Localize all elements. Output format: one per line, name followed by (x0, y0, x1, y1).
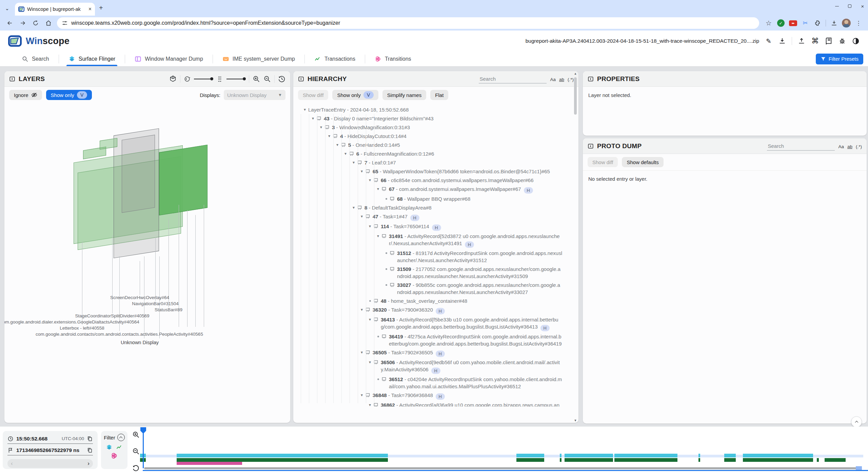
displays-dropdown[interactable]: Unknown Display ▼ (224, 90, 285, 100)
chevron-expanded-icon[interactable]: ▾ (350, 204, 357, 211)
filter-collapse-button[interactable] (117, 434, 125, 441)
tree-row[interactable]: ▾65 - WallpaperWindowToken{87b6d66 token… (297, 167, 572, 176)
tree-row[interactable]: 31509 - 2177052 com.google.android.apps.… (297, 264, 572, 280)
show-only-button[interactable]: Show only V (46, 90, 92, 100)
ns-time-field[interactable]: 1713469852667522979 ns (7, 445, 93, 455)
tree-row[interactable]: ▾43 - Display 0 name="Integrierter Bilds… (297, 114, 572, 123)
tab-close-icon[interactable]: × (88, 6, 92, 12)
new-tab-button[interactable]: + (99, 4, 103, 12)
panel-toggle-icon[interactable] (588, 143, 594, 149)
home-icon[interactable] (44, 19, 53, 27)
zoom-out-icon[interactable] (132, 448, 140, 455)
tree-row[interactable]: 48 - home_task_overlay_container#48 (297, 296, 572, 305)
next-entry-button[interactable]: › (87, 460, 90, 467)
tree-row[interactable]: ▾67 - com.android.systemui.wallpapers.Im… (297, 184, 572, 194)
chevron-expanded-icon[interactable]: ▾ (310, 115, 316, 122)
tab-ime-dump[interactable]: IME system_server Dump (213, 52, 304, 66)
tree-row[interactable]: ▾36506 - ActivityRecord{9edb56f u0 com.y… (297, 358, 572, 375)
documentation-book-icon[interactable] (825, 37, 833, 45)
tree-row[interactable]: ▾6 - FullscreenMagnification:0:12#6 (297, 149, 572, 158)
copy-icon[interactable] (87, 447, 93, 453)
tree-row[interactable]: 31512 - 81917d ActivityRecordInputSink c… (297, 249, 572, 264)
tree-row[interactable]: ▾36862 - ActivityRecord{a836a99 u10 com.… (297, 400, 572, 407)
scroll-up-icon[interactable]: ▲ (573, 72, 578, 75)
chevron-expanded-icon[interactable]: ▾ (375, 233, 381, 240)
match-word-icon[interactable]: ab (847, 144, 852, 151)
surfaceflinger-trace-icon[interactable] (106, 444, 113, 451)
tree-row[interactable]: ▾36848 - Task=7906#36848H (297, 391, 572, 400)
window-minimize-button[interactable] (834, 3, 840, 9)
scrollbar-thumb[interactable] (574, 77, 577, 115)
scissors-extension-icon[interactable]: ✂ (801, 19, 810, 27)
human-time-field[interactable]: 15:50:52.668 UTC-04:00 (7, 434, 93, 444)
tree-row[interactable]: ▾5 - OneHanded:0:14#5 (297, 140, 572, 149)
chevron-expanded-icon[interactable]: ▾ (334, 141, 341, 149)
tree-row[interactable]: ▾3 - WindowedMagnification:0:31#3 (297, 123, 572, 132)
site-settings-icon[interactable] (62, 20, 68, 26)
back-icon[interactable] (5, 19, 14, 27)
timeline-track-area[interactable] (140, 427, 863, 472)
3d-view-cube-icon[interactable] (169, 75, 177, 83)
chevron-expanded-icon[interactable]: ▾ (358, 349, 365, 356)
tree-row[interactable]: ▾36505 - Task=7902#36505H (297, 348, 572, 358)
timeline-cursor-handle[interactable] (140, 427, 146, 434)
profile-avatar[interactable] (842, 19, 851, 27)
tab-transitions[interactable]: Transitions (365, 52, 421, 66)
transactions-trace-icon[interactable] (116, 444, 123, 451)
rotation-icon[interactable] (184, 76, 191, 82)
timeline-scrollbar[interactable] (144, 467, 857, 469)
extensions-puzzle-icon[interactable] (813, 19, 822, 27)
download-trace-icon[interactable] (778, 37, 786, 45)
zoom-in-icon[interactable] (132, 431, 140, 438)
tree-row[interactable]: ▾47 - Task=1#47H (297, 212, 572, 222)
show-diff-button[interactable]: Show diff (298, 90, 328, 100)
chevron-expanded-icon[interactable]: ▾ (326, 133, 333, 140)
tree-row[interactable]: 33027 - 90b855c com.google.android.apps.… (297, 280, 572, 296)
match-case-icon[interactable]: Aa (838, 144, 844, 151)
forward-icon[interactable] (18, 19, 27, 27)
tree-row[interactable]: ▾66 - c6c854e com.android.systemui.wallp… (297, 176, 572, 184)
chevron-expanded-icon[interactable]: ▾ (367, 223, 373, 230)
panel-toggle-icon[interactable] (588, 76, 594, 82)
previous-entry-button[interactable]: ‹ (11, 460, 13, 467)
match-case-icon[interactable]: Aa (550, 77, 556, 83)
tab-transactions[interactable]: Transactions (305, 52, 365, 66)
scroll-down-icon[interactable]: ▼ (573, 419, 578, 422)
show-diff-button[interactable]: Show diff (588, 157, 618, 167)
simplify-names-button[interactable]: Simplify names (382, 90, 427, 100)
zoom-in-icon[interactable] (253, 75, 260, 83)
expand-timeline-button[interactable] (851, 416, 862, 427)
proto-search-input[interactable] (767, 142, 835, 151)
hierarchy-scrollbar[interactable]: ▲ ▼ (573, 72, 578, 422)
chevron-expanded-icon[interactable]: ▾ (358, 306, 365, 313)
chevron-expanded-icon[interactable]: ▾ (367, 316, 373, 323)
chevron-expanded-icon[interactable]: ▾ (342, 150, 349, 157)
browser-tab[interactable]: Winscope | bugreport-ak × (15, 3, 95, 16)
tab-search[interactable]: Search (12, 52, 59, 66)
tree-row[interactable]: ▾8 - DefaultTaskDisplayArea#8 (297, 203, 572, 212)
filter-presets-button[interactable]: Filter Presets (816, 54, 863, 64)
bookmark-star-icon[interactable]: ☆ (764, 19, 773, 27)
layers-3d-canvas[interactable]: ScreenDecorHwcOverlay#64NavigationBar0#3… (4, 103, 290, 423)
spacing-slider[interactable] (226, 79, 245, 79)
tree-row[interactable]: 36512 - c04204e ActivityRecordInputSink … (297, 375, 572, 391)
tree-row[interactable]: 68 - Wallpaper BBQ wrapper#68 (297, 194, 572, 203)
chevron-expanded-icon[interactable]: ▾ (367, 177, 373, 184)
url-bar[interactable]: winscope.teams.x20web.corp.google.com/pr… (57, 17, 759, 29)
chevron-expanded-icon[interactable]: ▾ (358, 392, 365, 399)
chevron-expanded-icon[interactable]: ▾ (358, 168, 365, 175)
tree-row[interactable]: ▾7 - Leaf:0:1#7 (297, 158, 572, 167)
timeline-cursor[interactable] (143, 428, 144, 468)
extension-check-icon[interactable]: ✓ (776, 19, 785, 27)
reload-icon[interactable] (31, 19, 40, 27)
regex-icon[interactable]: (.*) (856, 144, 862, 151)
chevron-expanded-icon[interactable]: ▾ (301, 106, 308, 113)
hierarchy-search-input[interactable] (479, 75, 547, 83)
zoom-out-icon[interactable] (263, 75, 271, 83)
chevron-expanded-icon[interactable]: ▾ (350, 159, 357, 166)
extension-red-icon[interactable]: ▸▸ (789, 19, 797, 27)
transitions-trace-icon[interactable] (111, 452, 118, 459)
chevron-expanded-icon[interactable]: ▾ (367, 359, 373, 366)
tree-row[interactable]: ▾4 - HideDisplayCutout:0:14#4 (297, 132, 572, 140)
shortcuts-icon[interactable]: ⌘ (811, 37, 819, 45)
